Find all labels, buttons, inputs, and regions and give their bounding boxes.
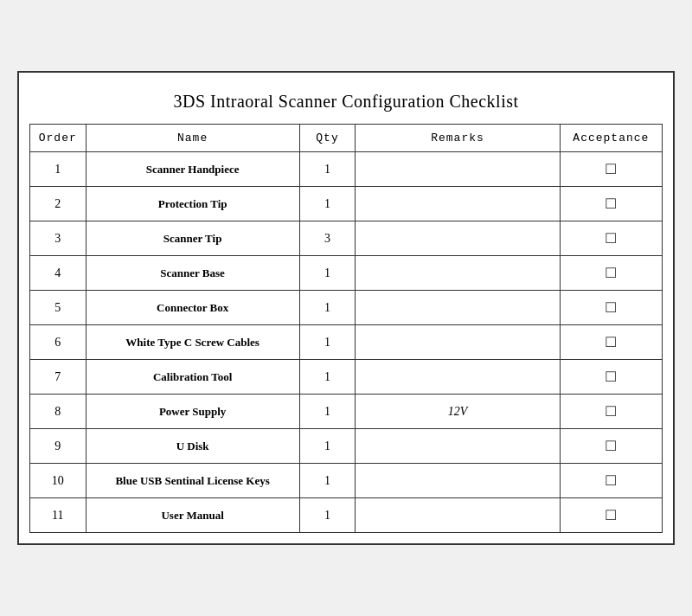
cell-qty: 1 — [299, 152, 356, 187]
cell-order: 2 — [30, 187, 86, 221]
cell-name: U Disk — [86, 429, 299, 464]
cell-name: User Manual — [86, 498, 299, 533]
cell-qty: 1 — [299, 187, 356, 221]
cell-qty: 1 — [299, 325, 356, 360]
cell-name: Protection Tip — [86, 187, 299, 221]
cell-remarks — [356, 464, 561, 498]
cell-name: White Type C Screw Cables — [86, 325, 299, 360]
table-row: 8Power Supply112V☐ — [30, 395, 663, 429]
cell-name: Scanner Handpiece — [86, 152, 299, 187]
cell-acceptance[interactable]: ☐ — [560, 498, 662, 533]
cell-order: 1 — [30, 152, 86, 187]
cell-order: 10 — [30, 464, 86, 498]
table-row: 1Scanner Handpiece1☐ — [30, 152, 663, 187]
cell-qty: 1 — [299, 395, 356, 429]
cell-remarks — [356, 291, 561, 325]
cell-acceptance[interactable]: ☐ — [560, 256, 662, 291]
cell-acceptance[interactable]: ☐ — [560, 291, 662, 325]
table-row: 2Protection Tip1☐ — [30, 187, 663, 221]
cell-qty: 1 — [299, 256, 356, 291]
table-row: 9U Disk1☐ — [30, 429, 663, 464]
cell-acceptance[interactable]: ☐ — [560, 221, 662, 256]
col-header-acceptance: Acceptance — [560, 125, 662, 152]
cell-qty: 1 — [299, 498, 356, 533]
cell-remarks — [356, 152, 561, 187]
col-header-remarks: Remarks — [356, 125, 561, 152]
cell-remarks — [356, 221, 561, 256]
table-row: 3Scanner Tip3☐ — [30, 221, 663, 256]
checklist-table: Order Name Qty Remarks Acceptance 1Scann… — [29, 124, 663, 533]
cell-remarks — [356, 360, 561, 395]
cell-acceptance[interactable]: ☐ — [560, 187, 662, 221]
cell-acceptance[interactable]: ☐ — [560, 360, 662, 395]
cell-remarks — [356, 429, 561, 464]
table-row: 10Blue USB Sentinal License Keys1☐ — [30, 464, 663, 498]
cell-name: Blue USB Sentinal License Keys — [86, 464, 299, 498]
table-row: 7Calibration Tool1☐ — [30, 360, 663, 395]
col-header-order: Order — [30, 125, 86, 152]
cell-name: Power Supply — [86, 395, 299, 429]
cell-order: 11 — [30, 498, 86, 533]
cell-remarks — [356, 498, 561, 533]
cell-qty: 3 — [299, 221, 356, 256]
cell-name: Connector Box — [86, 291, 299, 325]
col-header-name: Name — [86, 125, 299, 152]
cell-acceptance[interactable]: ☐ — [560, 464, 662, 498]
cell-remarks — [356, 325, 561, 360]
col-header-qty: Qty — [299, 125, 356, 152]
table-row: 4Scanner Base1☐ — [30, 256, 663, 291]
table-row: 6White Type C Screw Cables1☐ — [30, 325, 663, 360]
cell-order: 8 — [30, 395, 86, 429]
cell-name: Calibration Tool — [86, 360, 299, 395]
cell-order: 5 — [30, 291, 86, 325]
cell-acceptance[interactable]: ☐ — [560, 429, 662, 464]
cell-order: 3 — [30, 221, 86, 256]
cell-qty: 1 — [299, 464, 356, 498]
cell-qty: 1 — [299, 360, 356, 395]
cell-order: 4 — [30, 256, 86, 291]
checklist-container: 3DS Intraoral Scanner Configuration Chec… — [17, 71, 675, 545]
cell-acceptance[interactable]: ☐ — [560, 152, 662, 187]
cell-acceptance[interactable]: ☐ — [560, 395, 662, 429]
table-row: 11User Manual1☐ — [30, 498, 663, 533]
cell-remarks: 12V — [356, 395, 561, 429]
cell-qty: 1 — [299, 291, 356, 325]
page-title: 3DS Intraoral Scanner Configuration Chec… — [29, 83, 663, 124]
cell-remarks — [356, 187, 561, 221]
cell-qty: 1 — [299, 429, 356, 464]
table-row: 5Connector Box1☐ — [30, 291, 663, 325]
cell-order: 9 — [30, 429, 86, 464]
cell-name: Scanner Tip — [86, 221, 299, 256]
cell-order: 6 — [30, 325, 86, 360]
cell-remarks — [356, 256, 561, 291]
cell-acceptance[interactable]: ☐ — [560, 325, 662, 360]
cell-name: Scanner Base — [86, 256, 299, 291]
cell-order: 7 — [30, 360, 86, 395]
